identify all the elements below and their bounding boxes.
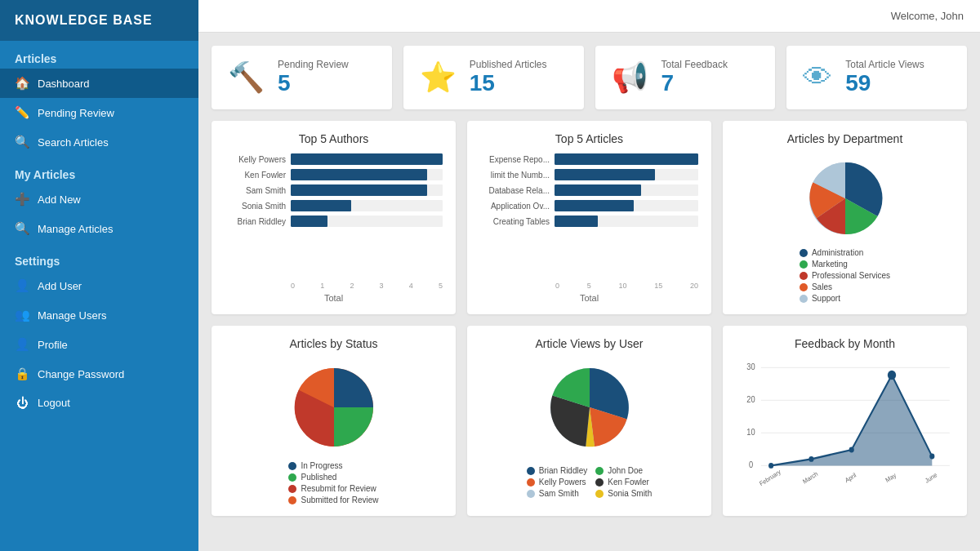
published-stat-value: 15 (470, 70, 547, 96)
legend-item: Ken Fowler (595, 478, 652, 487)
pending-stat-label: Pending Review (278, 59, 349, 70)
stat-card-feedback: 📢 Total Feedback 7 (595, 46, 776, 109)
feedback-by-month-title: Feedback by Month (736, 337, 954, 350)
add-icon: ➕ (15, 192, 29, 207)
authors-axis-label: Total (225, 293, 443, 303)
legend-item: Published (288, 473, 378, 482)
stat-card-views: 👁 Total Article Views 59 (786, 46, 967, 109)
status-pie-container: In Progress Published Resubmit for Revie… (225, 358, 443, 504)
legend-dot (288, 473, 296, 482)
views-stat-value: 59 (845, 70, 924, 96)
legend-dot (800, 283, 808, 291)
manage-articles-icon: 🔍 (15, 221, 29, 236)
sidebar-item-pending-review[interactable]: ✏️ Pending Review (0, 98, 198, 127)
bar-row: Expense Repo... (480, 153, 698, 165)
svg-point-18 (808, 456, 813, 462)
dept-legend: Administration Marketing Professional Se… (800, 248, 890, 303)
legend-label: Submitted for Review (301, 495, 378, 504)
profile-icon: 👤 (15, 337, 29, 352)
svg-text:March: March (801, 470, 819, 486)
legend-label: Marketing (812, 260, 848, 269)
bar-label: Sonia Smith (225, 202, 286, 211)
legend-dot (800, 249, 808, 257)
bar-container (555, 184, 698, 196)
articles-axis: 05101520 (480, 282, 698, 290)
top5-authors-title: Top 5 Authors (225, 132, 443, 145)
bar-fill (555, 216, 598, 227)
svg-text:10: 10 (746, 427, 755, 437)
legend-label: Sales (812, 282, 832, 291)
app-title: KNOWLEDGE BASE (0, 0, 198, 41)
feedback-stat-label: Total Feedback (662, 59, 728, 70)
bar-fill (291, 169, 427, 180)
bar-label: Ken Fowler (225, 171, 286, 180)
legend-dot (288, 496, 296, 504)
dashboard-content: 🔨 Pending Review 5 ⭐ Published Articles … (198, 33, 980, 551)
bar-fill (555, 200, 634, 211)
bar-container (555, 200, 698, 211)
topbar: Welcome, John (198, 0, 980, 33)
bar-container (291, 216, 443, 227)
status-legend: In Progress Published Resubmit for Revie… (288, 461, 378, 504)
articles-section-label: Articles (0, 41, 198, 69)
legend-label: Published (301, 473, 336, 482)
legend-dot (595, 467, 604, 475)
bar-row: limit the Numb... (480, 169, 698, 180)
sidebar-item-label: Profile (38, 339, 68, 351)
dashboard-icon: 🏠 (15, 76, 29, 91)
sidebar-item-profile[interactable]: 👤 Profile (0, 330, 198, 359)
published-stat-info: Published Articles 15 (470, 59, 547, 96)
legend-dot (288, 485, 296, 493)
svg-text:April: April (844, 471, 858, 484)
bar-label: Brian Riddley (225, 217, 286, 226)
legend-label: Kelly Powers (539, 478, 586, 487)
legend-item: John Doe (595, 466, 652, 475)
articles-by-dept-chart: Articles by Department Administration Ma… (723, 121, 967, 314)
sidebar-item-change-password[interactable]: 🔒 Change Password (0, 359, 198, 389)
sidebar-item-manage-users[interactable]: 👥 Manage Users (0, 300, 198, 330)
bar-container (291, 169, 443, 180)
svg-text:30: 30 (746, 362, 755, 371)
logout-icon: ⏻ (15, 396, 29, 410)
status-pie-svg (285, 358, 383, 456)
sidebar-item-add-user[interactable]: 👤 Add User (0, 271, 198, 300)
legend-item: Professional Services (800, 271, 890, 280)
bar-label: Database Rela... (480, 186, 550, 195)
legend-item: Marketing (800, 260, 890, 269)
bar-row: Application Ov... (480, 200, 698, 211)
sidebar-item-label: Pending Review (38, 107, 114, 119)
legend-dot (527, 490, 535, 498)
svg-text:February: February (758, 468, 782, 487)
bar-label: limit the Numb... (480, 171, 550, 180)
articles-by-status-chart: Articles by Status In Progress Published… (212, 326, 456, 516)
charts-row-1: Top 5 Authors Kelly Powers Ken Fowler Sa… (212, 121, 967, 314)
bar-label: Sam Smith (225, 186, 286, 195)
sidebar-item-search-articles[interactable]: 🔍 Search Articles (0, 127, 198, 157)
search-icon: 🔍 (15, 135, 29, 149)
legend-label: Sonia Smith (608, 489, 652, 498)
sidebar-item-manage-articles[interactable]: 🔍 Manage Articles (0, 214, 198, 243)
sidebar-item-add-new[interactable]: ➕ Add New (0, 184, 198, 214)
bar-fill (555, 153, 698, 165)
bar-row: Brian Riddley (225, 216, 443, 227)
legend-dot (800, 260, 808, 269)
legend-dot (800, 272, 808, 280)
feedback-line-chart: 30 20 10 0 February March April May (736, 358, 954, 504)
user-legend: Brian Riddley Kelly Powers Sam Smith Joh… (527, 461, 652, 498)
dept-pie-container: Administration Marketing Professional Se… (736, 153, 954, 303)
bar-label: Application Ov... (480, 202, 550, 211)
manage-users-icon: 👥 (15, 308, 29, 322)
authors-axis: 012345 (225, 282, 443, 290)
stat-cards-row: 🔨 Pending Review 5 ⭐ Published Articles … (212, 46, 967, 109)
views-stat-info: Total Article Views 59 (845, 59, 924, 96)
legend-item: Sonia Smith (595, 489, 652, 498)
bar-row: Database Rela... (480, 184, 698, 196)
sidebar-item-dashboard[interactable]: 🏠 Dashboard (0, 69, 198, 98)
sidebar-item-logout[interactable]: ⏻ Logout (0, 389, 198, 417)
articles-by-status-title: Articles by Status (225, 337, 443, 350)
charts-row-2: Articles by Status In Progress Published… (212, 326, 967, 516)
pending-stat-info: Pending Review 5 (278, 59, 349, 96)
legend-item: Resubmit for Review (288, 484, 378, 493)
bar-row: Sonia Smith (225, 200, 443, 211)
pending-review-icon: ✏️ (15, 105, 29, 120)
